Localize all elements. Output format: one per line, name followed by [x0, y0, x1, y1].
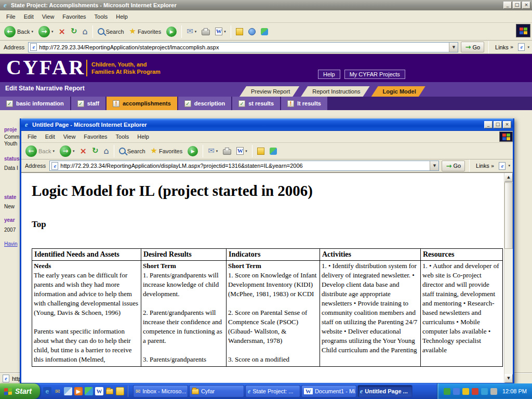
my-cyfar-projects-button[interactable]: My CYFAR Projects: [344, 70, 405, 79]
tab-accomplishments[interactable]: ! accomplishments: [107, 97, 177, 110]
word-dropdown-icon[interactable]: ▾: [224, 30, 226, 34]
menu-view[interactable]: View: [38, 11, 59, 22]
tab-description[interactable]: ✓ description: [178, 97, 231, 110]
tab-staff[interactable]: ✓ staff: [71, 97, 105, 110]
messenger-button[interactable]: [259, 27, 270, 36]
taskbar-button-state-project[interactable]: e State Project: ...: [245, 385, 300, 397]
tab-preview-report[interactable]: Preview Report: [240, 86, 299, 97]
taskbar-button-document1[interactable]: W Document1 - Mi...: [301, 385, 356, 397]
back-button[interactable]: ← Back ▾: [23, 144, 57, 158]
menu-edit[interactable]: Edit: [41, 131, 59, 142]
home-button[interactable]: ⌂: [101, 146, 111, 156]
menu-favorites[interactable]: Favorites: [58, 11, 90, 22]
popup-close-button[interactable]: ×: [503, 121, 511, 128]
messenger-button[interactable]: [268, 147, 279, 156]
tab-report-instructions[interactable]: Report Instructions: [301, 86, 369, 97]
menu-tools[interactable]: Tools: [112, 131, 134, 142]
extra-dropdown-icon[interactable]: ▾: [527, 45, 529, 49]
taskbar-button-untitled-page[interactable]: e Untitled Page ...: [357, 385, 413, 397]
messenger-icon[interactable]: [85, 387, 93, 395]
address-input[interactable]: e http://72.29.23.34/ReportingApplicatio…: [49, 161, 439, 171]
notes-icon[interactable]: [116, 387, 124, 395]
search-button[interactable]: Search: [96, 27, 126, 36]
scroll-up-icon[interactable]: ▲: [504, 173, 513, 182]
print-button[interactable]: [200, 26, 212, 36]
mail-dropdown-icon[interactable]: ▾: [216, 149, 218, 153]
menu-tools[interactable]: Tools: [90, 11, 112, 22]
norton-icon[interactable]: e: [518, 43, 525, 51]
edit-with-word-button[interactable]: W ▾: [234, 146, 249, 156]
go-button[interactable]: → Go: [442, 161, 465, 171]
address-dropdown[interactable]: ▼: [449, 43, 458, 52]
search-button[interactable]: Search: [117, 147, 148, 155]
tray-icon-1[interactable]: [444, 388, 450, 395]
favorites-button[interactable]: ★ Favorites: [149, 146, 185, 156]
outlook-icon[interactable]: ✉: [54, 387, 62, 395]
back-dropdown-icon[interactable]: ▾: [52, 149, 55, 153]
address-input[interactable]: e http://72.29.23.34/ReportingApplicatio…: [28, 42, 458, 52]
back-button[interactable]: ← Back ▾: [2, 25, 35, 38]
mail-dropdown-icon[interactable]: ▾: [195, 30, 197, 34]
media-player-icon[interactable]: ▶: [74, 387, 83, 395]
links-button[interactable]: Links »: [474, 163, 496, 169]
tray-icon-3[interactable]: [462, 388, 469, 395]
tab-basic-information[interactable]: ✓ basic information: [0, 97, 70, 110]
menu-file[interactable]: File: [2, 11, 20, 22]
stop-button[interactable]: ×: [78, 146, 89, 156]
word-icon[interactable]: W: [95, 387, 103, 395]
start-button[interactable]: Start: [0, 383, 40, 399]
links-button[interactable]: Links »: [493, 44, 515, 50]
sidebar-link[interactable]: Havin: [4, 241, 18, 247]
favorites-button[interactable]: ★ Favorites: [127, 26, 164, 36]
taskbar-button-cyfar[interactable]: Cyfar: [189, 385, 244, 397]
menu-edit[interactable]: Edit: [20, 11, 38, 22]
stop-button[interactable]: ×: [57, 26, 68, 37]
media-button[interactable]: ▶: [185, 145, 200, 157]
forward-dropdown-icon[interactable]: ▾: [73, 149, 75, 153]
help-button[interactable]: Help: [318, 70, 340, 79]
address-dropdown[interactable]: ▼: [430, 161, 438, 170]
taskbar-button-inbox[interactable]: ✉ Inbox - Microso...: [133, 385, 188, 397]
tray-icon-6[interactable]: [490, 388, 497, 395]
maximize-button[interactable]: □: [513, 2, 521, 9]
menu-help[interactable]: Help: [133, 131, 153, 142]
edit-with-word-button[interactable]: W ▾: [213, 26, 228, 36]
tray-icon-4[interactable]: [472, 388, 478, 395]
menu-favorites[interactable]: Favorites: [79, 131, 111, 142]
media-button[interactable]: ▶: [164, 25, 179, 38]
refresh-button[interactable]: ↻: [69, 26, 79, 36]
mail-button[interactable]: ✉ ▾: [184, 26, 198, 36]
tab-logic-model[interactable]: Logic Model: [371, 86, 425, 97]
popup-minimize-button[interactable]: _: [484, 121, 493, 128]
address-value[interactable]: http://72.29.23.34/ReportingApplication/…: [39, 44, 447, 50]
popup-maximize-button[interactable]: □: [494, 121, 502, 128]
forward-dropdown-icon[interactable]: ▾: [51, 30, 54, 34]
ie-icon[interactable]: e: [43, 387, 51, 395]
tray-icon-5[interactable]: [481, 388, 488, 395]
tab-st-results[interactable]: ✓ st results: [232, 97, 280, 110]
popup-title-bar[interactable]: e Untitled Page - Microsoft Internet Exp…: [21, 118, 513, 131]
back-dropdown-icon[interactable]: ▾: [31, 30, 33, 34]
top-anchor-link[interactable]: Top: [32, 219, 46, 230]
home-button[interactable]: ⌂: [80, 26, 89, 37]
show-desktop-icon[interactable]: [64, 387, 72, 395]
discuss-button[interactable]: [255, 147, 267, 156]
discuss-button[interactable]: [234, 27, 245, 36]
word-dropdown-icon[interactable]: ▾: [245, 149, 247, 153]
menu-help[interactable]: Help: [112, 11, 132, 22]
go-button[interactable]: → Go: [461, 42, 484, 52]
tab-lt-results[interactable]: ! lt results: [281, 97, 327, 110]
main-title-bar[interactable]: e State Project: Accomplishments - Micro…: [0, 0, 532, 10]
close-button[interactable]: ×: [522, 2, 530, 9]
scrollbar-thumb[interactable]: [504, 182, 513, 249]
folder-icon[interactable]: [105, 387, 114, 395]
history-button[interactable]: [246, 27, 258, 36]
minimize-button[interactable]: _: [503, 2, 512, 9]
extra-dropdown-icon[interactable]: ▾: [508, 164, 510, 168]
popup-scrollbar[interactable]: ▲ ▼: [504, 173, 513, 383]
print-button[interactable]: [221, 146, 233, 156]
menu-file[interactable]: File: [23, 131, 41, 142]
tray-icon-2[interactable]: [453, 388, 460, 395]
menu-view[interactable]: View: [59, 131, 80, 142]
scroll-down-icon[interactable]: ▼: [504, 374, 513, 383]
